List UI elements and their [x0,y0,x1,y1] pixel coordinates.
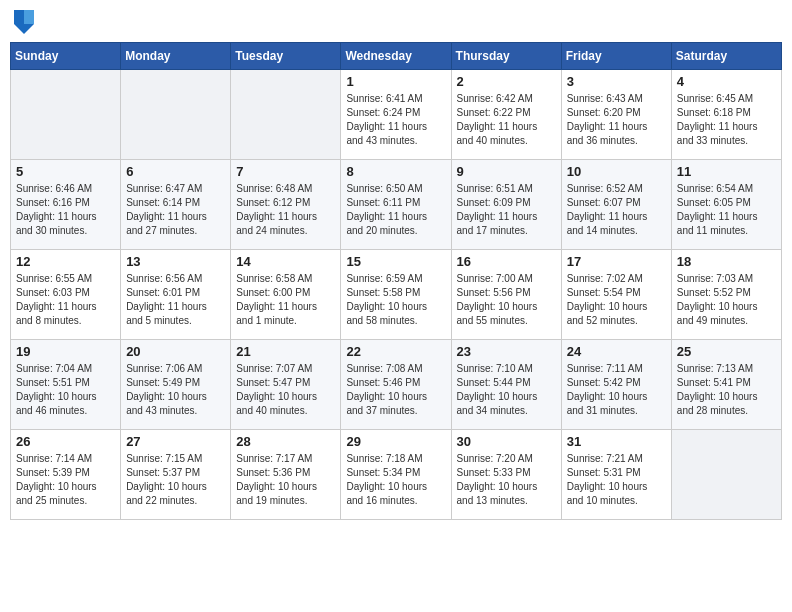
calendar-cell: 6 Sunrise: 6:47 AM Sunset: 6:14 PM Dayli… [121,160,231,250]
sunrise-text: Sunrise: 6:45 AM [677,93,753,104]
daylight-text: Daylight: 11 hours and 14 minutes. [567,211,648,236]
calendar-week-row: 12 Sunrise: 6:55 AM Sunset: 6:03 PM Dayl… [11,250,782,340]
day-number: 1 [346,74,445,89]
daylight-text: Daylight: 10 hours and 52 minutes. [567,301,648,326]
day-number: 10 [567,164,666,179]
sunrise-text: Sunrise: 6:43 AM [567,93,643,104]
daylight-text: Daylight: 10 hours and 46 minutes. [16,391,97,416]
daylight-text: Daylight: 10 hours and 13 minutes. [457,481,538,506]
calendar-cell: 25 Sunrise: 7:13 AM Sunset: 5:41 PM Dayl… [671,340,781,430]
day-info: Sunrise: 7:14 AM Sunset: 5:39 PM Dayligh… [16,452,115,508]
calendar-cell: 23 Sunrise: 7:10 AM Sunset: 5:44 PM Dayl… [451,340,561,430]
sunrise-text: Sunrise: 6:50 AM [346,183,422,194]
day-info: Sunrise: 7:04 AM Sunset: 5:51 PM Dayligh… [16,362,115,418]
day-info: Sunrise: 6:46 AM Sunset: 6:16 PM Dayligh… [16,182,115,238]
calendar-cell: 7 Sunrise: 6:48 AM Sunset: 6:12 PM Dayli… [231,160,341,250]
day-number: 18 [677,254,776,269]
calendar-cell: 27 Sunrise: 7:15 AM Sunset: 5:37 PM Dayl… [121,430,231,520]
sunset-text: Sunset: 5:34 PM [346,467,420,478]
day-number: 2 [457,74,556,89]
sunset-text: Sunset: 5:51 PM [16,377,90,388]
day-number: 28 [236,434,335,449]
day-info: Sunrise: 6:50 AM Sunset: 6:11 PM Dayligh… [346,182,445,238]
page-header [10,10,782,34]
sunrise-text: Sunrise: 7:17 AM [236,453,312,464]
day-number: 30 [457,434,556,449]
daylight-text: Daylight: 10 hours and 58 minutes. [346,301,427,326]
calendar-cell: 13 Sunrise: 6:56 AM Sunset: 6:01 PM Dayl… [121,250,231,340]
sunset-text: Sunset: 6:22 PM [457,107,531,118]
day-number: 5 [16,164,115,179]
sunrise-text: Sunrise: 7:04 AM [16,363,92,374]
day-info: Sunrise: 6:48 AM Sunset: 6:12 PM Dayligh… [236,182,335,238]
day-info: Sunrise: 7:02 AM Sunset: 5:54 PM Dayligh… [567,272,666,328]
sunset-text: Sunset: 5:39 PM [16,467,90,478]
daylight-text: Daylight: 11 hours and 33 minutes. [677,121,758,146]
calendar-cell [231,70,341,160]
sunrise-text: Sunrise: 6:54 AM [677,183,753,194]
sunset-text: Sunset: 5:44 PM [457,377,531,388]
sunset-text: Sunset: 5:42 PM [567,377,641,388]
sunset-text: Sunset: 6:12 PM [236,197,310,208]
day-number: 16 [457,254,556,269]
sunrise-text: Sunrise: 7:14 AM [16,453,92,464]
day-number: 12 [16,254,115,269]
calendar-cell: 4 Sunrise: 6:45 AM Sunset: 6:18 PM Dayli… [671,70,781,160]
calendar-cell: 16 Sunrise: 7:00 AM Sunset: 5:56 PM Dayl… [451,250,561,340]
sunset-text: Sunset: 5:52 PM [677,287,751,298]
day-info: Sunrise: 6:43 AM Sunset: 6:20 PM Dayligh… [567,92,666,148]
day-info: Sunrise: 6:54 AM Sunset: 6:05 PM Dayligh… [677,182,776,238]
sunset-text: Sunset: 6:20 PM [567,107,641,118]
sunrise-text: Sunrise: 6:58 AM [236,273,312,284]
sunset-text: Sunset: 6:01 PM [126,287,200,298]
daylight-text: Daylight: 10 hours and 22 minutes. [126,481,207,506]
sunrise-text: Sunrise: 6:52 AM [567,183,643,194]
day-info: Sunrise: 6:59 AM Sunset: 5:58 PM Dayligh… [346,272,445,328]
day-number: 27 [126,434,225,449]
calendar-table: SundayMondayTuesdayWednesdayThursdayFrid… [10,42,782,520]
sunrise-text: Sunrise: 6:48 AM [236,183,312,194]
sunrise-text: Sunrise: 7:03 AM [677,273,753,284]
sunset-text: Sunset: 5:49 PM [126,377,200,388]
day-number: 14 [236,254,335,269]
sunset-text: Sunset: 5:37 PM [126,467,200,478]
daylight-text: Daylight: 11 hours and 24 minutes. [236,211,317,236]
sunrise-text: Sunrise: 7:13 AM [677,363,753,374]
calendar-cell: 20 Sunrise: 7:06 AM Sunset: 5:49 PM Dayl… [121,340,231,430]
calendar-cell: 8 Sunrise: 6:50 AM Sunset: 6:11 PM Dayli… [341,160,451,250]
day-number: 19 [16,344,115,359]
calendar-week-row: 26 Sunrise: 7:14 AM Sunset: 5:39 PM Dayl… [11,430,782,520]
daylight-text: Daylight: 10 hours and 43 minutes. [126,391,207,416]
daylight-text: Daylight: 10 hours and 55 minutes. [457,301,538,326]
day-number: 31 [567,434,666,449]
day-info: Sunrise: 7:03 AM Sunset: 5:52 PM Dayligh… [677,272,776,328]
day-info: Sunrise: 7:21 AM Sunset: 5:31 PM Dayligh… [567,452,666,508]
sunset-text: Sunset: 6:07 PM [567,197,641,208]
sunset-text: Sunset: 6:16 PM [16,197,90,208]
day-number: 11 [677,164,776,179]
calendar-cell: 18 Sunrise: 7:03 AM Sunset: 5:52 PM Dayl… [671,250,781,340]
daylight-text: Daylight: 10 hours and 28 minutes. [677,391,758,416]
day-info: Sunrise: 6:41 AM Sunset: 6:24 PM Dayligh… [346,92,445,148]
day-info: Sunrise: 7:06 AM Sunset: 5:49 PM Dayligh… [126,362,225,418]
sunset-text: Sunset: 5:46 PM [346,377,420,388]
calendar-cell: 14 Sunrise: 6:58 AM Sunset: 6:00 PM Dayl… [231,250,341,340]
sunrise-text: Sunrise: 7:00 AM [457,273,533,284]
calendar-cell: 21 Sunrise: 7:07 AM Sunset: 5:47 PM Dayl… [231,340,341,430]
sunset-text: Sunset: 5:56 PM [457,287,531,298]
daylight-text: Daylight: 11 hours and 20 minutes. [346,211,427,236]
calendar-cell: 26 Sunrise: 7:14 AM Sunset: 5:39 PM Dayl… [11,430,121,520]
weekday-header-row: SundayMondayTuesdayWednesdayThursdayFrid… [11,43,782,70]
daylight-text: Daylight: 11 hours and 11 minutes. [677,211,758,236]
calendar-week-row: 19 Sunrise: 7:04 AM Sunset: 5:51 PM Dayl… [11,340,782,430]
weekday-header: Tuesday [231,43,341,70]
daylight-text: Daylight: 11 hours and 30 minutes. [16,211,97,236]
sunset-text: Sunset: 6:09 PM [457,197,531,208]
sunset-text: Sunset: 5:41 PM [677,377,751,388]
daylight-text: Daylight: 10 hours and 16 minutes. [346,481,427,506]
calendar-cell: 12 Sunrise: 6:55 AM Sunset: 6:03 PM Dayl… [11,250,121,340]
calendar-cell [11,70,121,160]
calendar-cell: 28 Sunrise: 7:17 AM Sunset: 5:36 PM Dayl… [231,430,341,520]
day-number: 29 [346,434,445,449]
day-info: Sunrise: 7:17 AM Sunset: 5:36 PM Dayligh… [236,452,335,508]
